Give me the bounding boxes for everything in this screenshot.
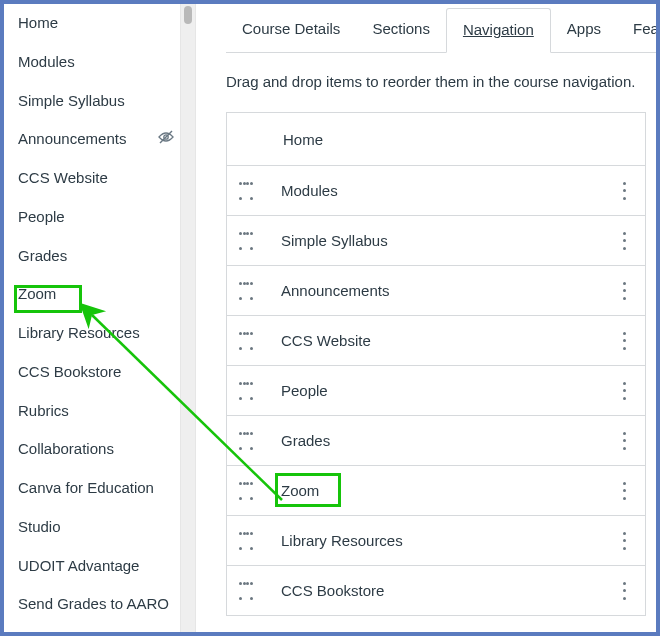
sidebar-item-ccs-website[interactable]: CCS Website xyxy=(18,159,180,198)
drag-handle-icon[interactable] xyxy=(239,382,253,400)
drag-handle-icon[interactable] xyxy=(239,332,253,350)
nav-item-label: Modules xyxy=(281,182,617,199)
drag-handle-icon[interactable] xyxy=(239,582,253,600)
drag-handle-icon[interactable] xyxy=(239,282,253,300)
tab-label: Course Details xyxy=(242,20,340,37)
sidebar-item-people[interactable]: People xyxy=(18,198,180,237)
nav-row-ccs-bookstore[interactable]: CCS Bookstore xyxy=(227,565,645,615)
kebab-menu-icon[interactable] xyxy=(617,582,631,600)
main-content: Course Details Sections Navigation Apps … xyxy=(196,4,656,632)
sidebar-item-label: CCS Website xyxy=(18,169,108,186)
nav-row-grades[interactable]: Grades xyxy=(227,415,645,465)
sidebar-item-send-grades-to-aaro[interactable]: Send Grades to AARO xyxy=(18,585,180,624)
drag-handle-icon[interactable] xyxy=(239,482,253,500)
sidebar-item-label: Rubrics xyxy=(18,402,69,419)
kebab-menu-icon[interactable] xyxy=(617,432,631,450)
nav-row-library-resources[interactable]: Library Resources xyxy=(227,515,645,565)
nav-item-label: Announcements xyxy=(281,282,617,299)
kebab-menu-icon[interactable] xyxy=(617,232,631,250)
kebab-menu-icon[interactable] xyxy=(617,382,631,400)
sidebar-item-home[interactable]: Home xyxy=(18,4,180,43)
sidebar-item-label: Send Grades to AARO xyxy=(18,595,169,612)
tab-label: Apps xyxy=(567,20,601,37)
tab-label: Sections xyxy=(372,20,430,37)
nav-item-label: CCS Bookstore xyxy=(281,582,617,599)
drag-handle-icon[interactable] xyxy=(239,232,253,250)
sidebar-item-label: CCS Bookstore xyxy=(18,363,121,380)
sidebar-item-zoom[interactable]: Zoom xyxy=(18,275,180,314)
scrollbar-thumb[interactable] xyxy=(184,6,192,24)
nav-row-people[interactable]: People xyxy=(227,365,645,415)
nav-item-label: Library Resources xyxy=(281,532,617,549)
sidebar-item-label: People xyxy=(18,208,65,225)
sidebar-item-collaborations[interactable]: Collaborations xyxy=(18,430,180,469)
sidebar-item-announcements[interactable]: Announcements xyxy=(18,120,180,159)
sidebar-item-label: Canva for Education xyxy=(18,479,154,496)
kebab-menu-icon[interactable] xyxy=(617,532,631,550)
sidebar-item-udoit-advantage[interactable]: UDOIT Advantage xyxy=(18,547,180,586)
nav-item-label: Grades xyxy=(281,432,617,449)
nav-item-label: Home xyxy=(283,131,631,148)
sidebar-item-label: Announcements xyxy=(18,130,126,147)
sidebar-item-studio[interactable]: Studio xyxy=(18,508,180,547)
sidebar-item-ccs-bookstore[interactable]: CCS Bookstore xyxy=(18,353,180,392)
drag-handle-icon[interactable] xyxy=(239,532,253,550)
drag-handle-icon[interactable] xyxy=(239,182,253,200)
nav-row-simple-syllabus[interactable]: Simple Syllabus xyxy=(227,215,645,265)
nav-row-home[interactable]: Home xyxy=(227,113,645,165)
nav-item-label: People xyxy=(281,382,617,399)
sidebar-scrollbar[interactable] xyxy=(180,4,196,632)
kebab-menu-icon[interactable] xyxy=(617,482,631,500)
sidebar-item-label: Modules xyxy=(18,53,75,70)
kebab-menu-icon[interactable] xyxy=(617,332,631,350)
navigation-help-text: Drag and drop items to reorder them in t… xyxy=(226,73,656,90)
nav-item-label: Simple Syllabus xyxy=(281,232,617,249)
sidebar-item-label: Library Resources xyxy=(18,324,140,341)
sidebar-item-label: Home xyxy=(18,14,58,31)
tab-navigation[interactable]: Navigation xyxy=(446,8,551,53)
course-sidebar: Home Modules Simple Syllabus Announcemen… xyxy=(4,4,180,632)
sidebar-item-label: Studio xyxy=(18,518,61,535)
kebab-menu-icon[interactable] xyxy=(617,282,631,300)
nav-row-zoom[interactable]: Zoom xyxy=(227,465,645,515)
drag-handle-icon[interactable] xyxy=(239,432,253,450)
hidden-eye-icon xyxy=(158,130,174,149)
nav-item-label: CCS Website xyxy=(281,332,617,349)
sidebar-item-simple-syllabus[interactable]: Simple Syllabus xyxy=(18,82,180,121)
nav-item-label: Zoom xyxy=(281,482,617,499)
sidebar-item-grades[interactable]: Grades xyxy=(18,237,180,276)
nav-row-ccs-website[interactable]: CCS Website xyxy=(227,315,645,365)
sidebar-item-label: UDOIT Advantage xyxy=(18,557,139,574)
tab-label: Featu xyxy=(633,20,656,37)
kebab-menu-icon[interactable] xyxy=(617,182,631,200)
sidebar-item-label: Simple Syllabus xyxy=(18,92,125,109)
navigation-items-list: Home Modules Simple Syllabus Announcemen… xyxy=(226,112,646,616)
sidebar-item-canva-for-education[interactable]: Canva for Education xyxy=(18,469,180,508)
tab-course-details[interactable]: Course Details xyxy=(226,8,356,52)
sidebar-item-rubrics[interactable]: Rubrics xyxy=(18,392,180,431)
tab-feature-previews[interactable]: Featu xyxy=(617,8,656,52)
tab-sections[interactable]: Sections xyxy=(356,8,446,52)
nav-row-modules[interactable]: Modules xyxy=(227,165,645,215)
sidebar-item-label: Zoom xyxy=(18,285,56,302)
sidebar-item-library-resources[interactable]: Library Resources xyxy=(18,314,180,353)
tab-apps[interactable]: Apps xyxy=(551,8,617,52)
settings-tabs: Course Details Sections Navigation Apps … xyxy=(226,8,656,53)
sidebar-item-label: Grades xyxy=(18,247,67,264)
nav-row-announcements[interactable]: Announcements xyxy=(227,265,645,315)
sidebar-item-label: Collaborations xyxy=(18,440,114,457)
tab-label: Navigation xyxy=(463,21,534,38)
sidebar-item-modules[interactable]: Modules xyxy=(18,43,180,82)
